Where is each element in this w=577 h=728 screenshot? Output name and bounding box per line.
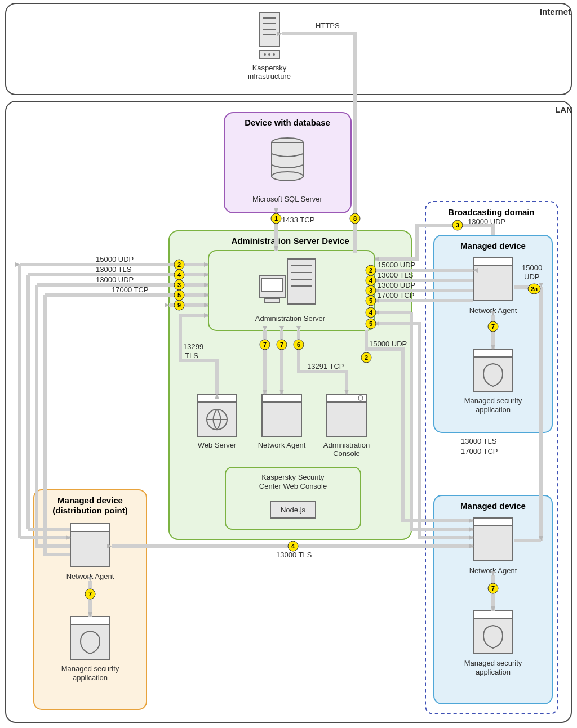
svg-text:4: 4 — [369, 309, 373, 316]
web-server-label: Web Server — [198, 441, 237, 449]
svg-text:13299: 13299 — [183, 342, 203, 351]
svg-text:1: 1 — [274, 215, 278, 222]
svg-text:15000: 15000 — [522, 263, 542, 272]
svg-text:13000 UDP: 13000 UDP — [96, 275, 134, 284]
box-admin-device-title: Administration Server Device — [231, 236, 349, 245]
svg-text:17000 TCP: 17000 TCP — [461, 447, 498, 455]
svg-text:13000 TLS: 13000 TLS — [276, 551, 312, 559]
svg-point-12 — [272, 172, 303, 181]
ksc-web-label-1: Kaspersky Security — [261, 473, 325, 481]
svg-text:7: 7 — [263, 341, 267, 348]
ksc-web-label-2: Center Web Console — [259, 482, 327, 490]
svg-rect-22 — [197, 394, 237, 402]
svg-text:17000 TCP: 17000 TCP — [112, 285, 149, 294]
na-dp-label: Network Agent — [66, 572, 114, 580]
svg-text:4: 4 — [291, 543, 295, 550]
msa-dp-label-1: Managed security — [61, 664, 119, 673]
svg-rect-26 — [262, 394, 301, 402]
network-agent-top-icon — [473, 258, 513, 301]
msa-dp-label-2: application — [73, 673, 108, 682]
zone-lan-label: LAN — [555, 105, 572, 114]
msa-dp-icon — [70, 617, 110, 659]
svg-text:4: 4 — [369, 277, 373, 284]
svg-point-7 — [268, 53, 270, 56]
managed-top-title: Managed device — [460, 241, 526, 251]
svg-text:9: 9 — [177, 302, 181, 309]
msa-top-label-1: Managed security — [464, 396, 522, 405]
svg-text:13000 UDP: 13000 UDP — [468, 217, 505, 226]
svg-text:7: 7 — [280, 341, 283, 348]
svg-rect-40 — [473, 611, 513, 619]
msa-bottom-icon — [473, 611, 513, 654]
svg-rect-44 — [70, 524, 110, 532]
architecture-diagram: Internet LAN Kaspersky Kaspersky infrast… — [0, 0, 577, 728]
svg-text:13000 TLS: 13000 TLS — [461, 437, 497, 445]
admin-console-node — [327, 394, 366, 437]
msa-top-label-2: application — [476, 405, 511, 414]
database-icon — [272, 138, 303, 181]
msa-bottom-label-2: application — [476, 668, 511, 676]
svg-text:8: 8 — [353, 215, 357, 222]
svg-point-8 — [273, 53, 275, 56]
svg-text:infrastructure: infrastructure — [248, 72, 291, 81]
box-db-device-title: Device with database — [245, 118, 330, 127]
svg-text:2: 2 — [177, 261, 181, 268]
svg-text:17000 TCP: 17000 TCP — [378, 291, 415, 300]
svg-rect-38 — [473, 518, 513, 526]
admin-console-label-1: Administration — [323, 441, 370, 449]
svg-text:6: 6 — [297, 341, 300, 348]
svg-text:UDP: UDP — [524, 273, 539, 281]
svg-text:3: 3 — [177, 282, 181, 288]
msa-top-icon — [473, 349, 513, 392]
broadcasting-domain-title: Broadcasting domain — [448, 207, 534, 217]
svg-text:7: 7 — [491, 323, 495, 330]
managed-bottom-title: Managed device — [460, 501, 526, 511]
svg-text:13000 TLS: 13000 TLS — [96, 265, 132, 274]
svg-text:2: 2 — [365, 354, 368, 361]
svg-text:4: 4 — [177, 271, 181, 278]
svg-point-6 — [264, 53, 266, 56]
svg-text:13291 TCP: 13291 TCP — [307, 362, 344, 370]
web-server-node — [197, 394, 237, 437]
svg-text:3: 3 — [369, 287, 372, 294]
edge-1433-label: 1433 TCP — [282, 216, 314, 224]
svg-text:7: 7 — [491, 585, 495, 592]
nodejs-label: Node.js — [281, 506, 306, 514]
net-agent-center-label: Network Agent — [258, 441, 306, 449]
network-agent-dp-icon — [70, 524, 110, 566]
na-top-label: Network Agent — [469, 306, 517, 315]
dp-title-1: Managed device — [57, 495, 123, 505]
svg-text:13000 TLS: 13000 TLS — [378, 271, 414, 279]
svg-text:5: 5 — [369, 320, 372, 327]
svg-text:2a: 2a — [531, 285, 538, 292]
svg-text:5: 5 — [177, 292, 181, 298]
zone-internet — [6, 3, 571, 95]
svg-text:TLS: TLS — [185, 351, 198, 360]
svg-text:7: 7 — [88, 591, 92, 597]
svg-text:15000 UDP: 15000 UDP — [369, 340, 407, 348]
network-agent-bottom-icon — [473, 518, 513, 561]
svg-rect-28 — [327, 394, 366, 402]
admin-console-label-2: Console — [333, 449, 360, 458]
svg-rect-33 — [473, 258, 513, 266]
svg-text:15000 UDP: 15000 UDP — [96, 255, 134, 263]
dp-title-2: (distribution point) — [52, 506, 127, 515]
na-bottom-label: Network Agent — [469, 566, 517, 575]
msa-bottom-label-1: Managed security — [464, 659, 522, 667]
svg-rect-46 — [70, 617, 110, 624]
svg-text:13000 UDP: 13000 UDP — [378, 281, 415, 289]
svg-text:5: 5 — [369, 297, 372, 304]
svg-text:2: 2 — [369, 267, 372, 274]
zone-internet-label: Internet — [540, 7, 571, 16]
svg-text:15000 UDP: 15000 UDP — [378, 261, 415, 269]
sql-label: Microsoft SQL Server — [252, 195, 322, 203]
svg-text:3: 3 — [456, 222, 459, 229]
svg-rect-35 — [473, 349, 513, 357]
kaspersky-infra — [259, 12, 279, 59]
edge-https-label: HTTPS — [316, 21, 340, 30]
svg-rect-20 — [265, 298, 279, 303]
net-agent-center-node — [262, 394, 301, 437]
svg-rect-19 — [261, 278, 283, 292]
admin-server-label: Administration Server — [255, 314, 326, 323]
